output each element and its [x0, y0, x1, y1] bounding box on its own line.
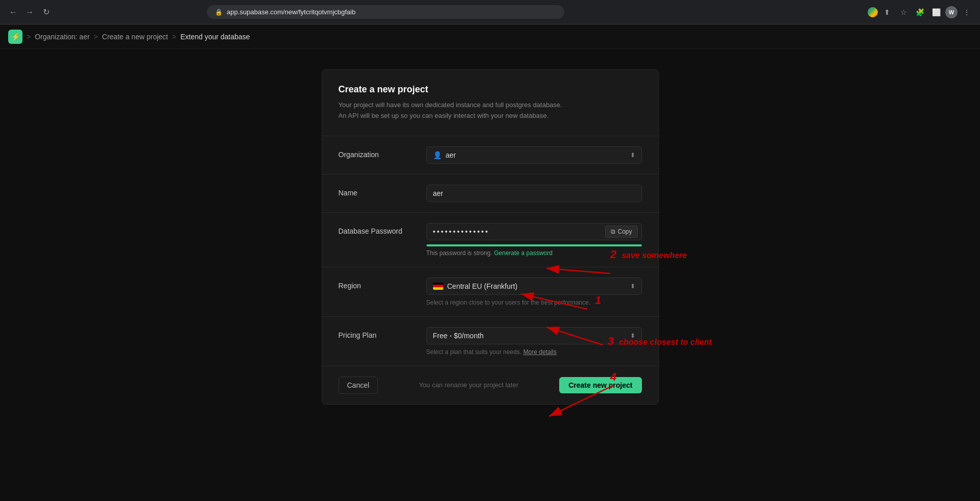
name-input[interactable] — [426, 185, 642, 202]
org-chevron-icon: ⬍ — [630, 152, 635, 159]
annotation-2-number: 2 save somewhere — [610, 248, 687, 261]
organization-section: Organization 👤 aer ⬍ — [322, 136, 658, 174]
forward-button[interactable]: → — [22, 5, 37, 19]
card-footer: Cancel You can rename your project later… — [322, 366, 658, 404]
card-title: Create a new project — [339, 84, 642, 95]
menu-button[interactable]: ⋮ — [960, 5, 974, 19]
pricing-hint: Select a plan that suits your needs. Mor… — [426, 348, 642, 356]
copy-icon: ⧉ — [611, 228, 615, 235]
password-label: Database Password — [339, 223, 410, 235]
google-icon[interactable] — [868, 7, 878, 17]
rename-hint: You can rename your project later — [386, 381, 551, 389]
lock-icon: 🔒 — [215, 9, 223, 16]
breadcrumb: > Organization: aer > Create a new proje… — [27, 33, 250, 41]
strength-fill — [426, 244, 642, 246]
supabase-header: ⚡ > Organization: aer > Create a new pro… — [0, 24, 980, 49]
strength-bar-container: This password is strong. Generate a pass… — [426, 244, 642, 257]
strength-bar — [426, 244, 642, 246]
extensions-button[interactable]: 🧩 — [913, 5, 927, 19]
form-card: Create a new project Your project will h… — [322, 69, 659, 405]
name-field — [426, 185, 642, 202]
org-value: aer — [446, 151, 456, 159]
password-container: ⧉ Copy — [426, 223, 642, 240]
breadcrumb-sep-3: > — [172, 33, 176, 41]
region-select[interactable]: Central EU (Frankfurt) ⬍ — [426, 278, 642, 295]
share-button[interactable]: ⬆ — [880, 5, 894, 19]
browser-nav-buttons: ← → ↻ — [6, 5, 53, 19]
address-bar[interactable]: 🔒 app.supabase.com/new/fytcritqotvmjcbgf… — [207, 5, 564, 19]
region-chevron-icon: ⬍ — [630, 283, 635, 290]
breadcrumb-sep-1: > — [27, 33, 31, 41]
tab-button[interactable]: ⬜ — [929, 5, 943, 19]
region-value: Central EU (Frankfurt) — [447, 282, 518, 290]
organization-field: 👤 aer ⬍ — [426, 146, 642, 164]
supabase-logo[interactable]: ⚡ — [8, 30, 22, 44]
annotation-3-number: 3 choose closest to client — [608, 335, 712, 348]
pricing-value: Free - $0/month — [433, 332, 484, 340]
german-flag-icon — [433, 283, 443, 290]
copy-label: Copy — [617, 228, 632, 235]
annotation-4-number: 4 — [610, 370, 616, 384]
card-description: Your project will have its own dedicated… — [339, 100, 642, 121]
organization-label: Organization — [339, 146, 410, 159]
organization-select[interactable]: 👤 aer ⬍ — [426, 146, 642, 164]
region-field: Central EU (Frankfurt) ⬍ Select a region… — [426, 278, 642, 306]
password-section: Database Password ⧉ Copy — [322, 213, 658, 267]
annotation-3-text: choose closest to client — [619, 338, 711, 346]
back-button[interactable]: ← — [6, 5, 20, 19]
breadcrumb-sep-2: > — [94, 33, 98, 41]
name-section: Name — [322, 174, 658, 213]
pricing-label: Pricing Plan — [339, 327, 410, 339]
bookmark-button[interactable]: ☆ — [896, 5, 911, 19]
name-row: Name — [339, 185, 642, 202]
main-content: Create a new project Your project will h… — [0, 49, 980, 425]
browser-chrome: ← → ↻ 🔒 app.supabase.com/new/fytcritqotv… — [0, 0, 980, 24]
create-project-button[interactable]: Create new project — [559, 377, 641, 393]
url-text: app.supabase.com/new/fytcritqotvmjcbgfai… — [227, 8, 355, 16]
strength-text: This password is strong. Generate a pass… — [426, 249, 642, 257]
pricing-row: Pricing Plan Free - $0/month ⬍ Select a … — [339, 327, 642, 356]
region-label: Region — [339, 278, 410, 290]
password-field: ⧉ Copy This password is strong. Generate… — [426, 223, 642, 257]
breadcrumb-create[interactable]: Create a new project — [102, 33, 168, 41]
reload-button[interactable]: ↻ — [39, 5, 53, 19]
breadcrumb-org[interactable]: Organization: aer — [35, 33, 89, 41]
annotation-2-text: save somewhere — [622, 251, 687, 260]
organization-row: Organization 👤 aer ⬍ — [339, 146, 642, 164]
breadcrumb-current: Extend your database — [180, 33, 250, 41]
card-header: Create a new project Your project will h… — [322, 70, 658, 136]
generate-password-link[interactable]: Generate a password — [494, 249, 553, 257]
browser-actions: ⬆ ☆ 🧩 ⬜ W ⋮ — [868, 5, 974, 19]
cancel-button[interactable]: Cancel — [339, 377, 378, 394]
profile-avatar[interactable]: W — [945, 6, 958, 18]
more-details-link[interactable]: More details — [523, 348, 557, 356]
org-icon: 👤 — [433, 151, 442, 159]
region-hint: Select a region close to your users for … — [426, 299, 642, 306]
copy-button[interactable]: ⧉ Copy — [605, 226, 637, 238]
name-label: Name — [339, 185, 410, 197]
password-row: Database Password ⧉ Copy — [339, 223, 642, 257]
region-section: Region Central EU (Frankfurt) ⬍ Select a… — [322, 267, 658, 317]
annotation-1-number: 1 — [595, 294, 601, 307]
